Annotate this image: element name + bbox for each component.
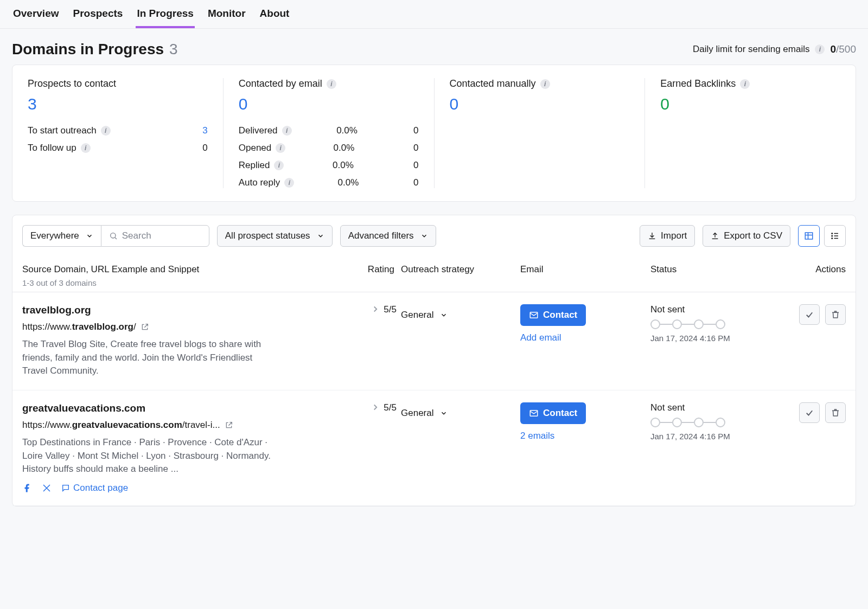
advanced-filters[interactable]: Advanced filters <box>340 225 436 247</box>
status-label: Not sent <box>650 304 781 315</box>
contact-button[interactable]: Contact <box>520 304 586 326</box>
info-icon[interactable]: i <box>815 44 825 54</box>
svg-rect-2 <box>805 233 813 239</box>
daily-limit-label: Daily limit for sending emails <box>693 44 809 55</box>
row-domain[interactable]: travelblog.org <box>22 304 336 316</box>
emails-link[interactable]: 2 emails <box>520 431 554 441</box>
daily-limit: Daily limit for sending emails i 0/500 <box>693 43 856 55</box>
contact-page-link[interactable]: Contact page <box>61 483 128 493</box>
table-row: travelblog.org https://www.travelblog.or… <box>12 292 856 390</box>
card-manual-value[interactable]: 0 <box>450 95 630 113</box>
svg-point-0 <box>110 233 115 238</box>
table-toolbar: Everywhere Search All prospect statuses … <box>12 215 856 257</box>
info-icon[interactable]: i <box>274 161 284 170</box>
card-email: Contacted by emaili 0 Deliveredi0.0%0 Op… <box>224 78 435 188</box>
tab-about[interactable]: About <box>259 0 291 28</box>
daily-limit-max: /500 <box>836 43 856 55</box>
row-domain[interactable]: greatvaluevacations.com <box>22 402 336 414</box>
tab-inprogress[interactable]: In Progress <box>136 0 195 28</box>
facebook-icon[interactable] <box>22 483 32 493</box>
row-start-outreach-count[interactable]: 3 <box>192 125 208 136</box>
svg-point-9 <box>832 238 833 239</box>
card-prospects-value[interactable]: 3 <box>28 95 208 113</box>
external-link-icon[interactable] <box>225 421 233 429</box>
comment-icon <box>61 484 70 492</box>
row-rating: 5/5 <box>384 402 397 413</box>
search-icon <box>109 232 118 240</box>
strategy-select[interactable]: General <box>401 402 448 424</box>
row-start-outreach: To start outreachi 3 <box>28 125 208 136</box>
status-date: Jan 17, 2024 4:16 PM <box>650 432 781 441</box>
status-steps <box>650 319 781 329</box>
x-twitter-icon[interactable] <box>42 483 52 493</box>
table-subhead: 1-3 out of 3 domains <box>22 278 846 287</box>
approve-button[interactable] <box>799 304 820 325</box>
list-icon <box>830 231 840 241</box>
th-email: Email <box>520 264 650 275</box>
card-manual: Contacted manuallyi 0 <box>435 78 646 188</box>
export-button[interactable]: Export to CSV <box>703 225 790 247</box>
external-link-icon[interactable] <box>141 323 149 331</box>
page-title-text: Domains in Progress <box>12 41 164 58</box>
page-title: Domains in Progress 3 <box>12 41 178 58</box>
status-filter[interactable]: All prospect statuses <box>217 225 333 247</box>
card-prospects: Prospects to contact 3 To start outreach… <box>12 78 224 188</box>
tab-monitor[interactable]: Monitor <box>207 0 247 28</box>
info-icon[interactable]: i <box>540 79 550 89</box>
page-header: Domains in Progress 3 Daily limit for se… <box>0 29 868 65</box>
row-snippet: The Travel Blog Site, Create free travel… <box>22 338 272 378</box>
scope-select[interactable]: Everywhere <box>22 225 101 247</box>
chevron-down-icon <box>440 311 448 319</box>
status-steps <box>650 418 781 427</box>
row-followup-count: 0 <box>192 143 208 153</box>
view-table-button[interactable] <box>798 225 820 247</box>
add-email-link[interactable]: Add email <box>520 332 561 343</box>
row-url[interactable]: https://www.travelblog.org/ <box>22 322 336 332</box>
delete-button[interactable] <box>825 304 846 325</box>
info-icon[interactable]: i <box>740 79 750 89</box>
view-list-button[interactable] <box>824 225 846 247</box>
card-email-value[interactable]: 0 <box>239 95 419 113</box>
mail-icon <box>529 408 539 418</box>
mail-icon <box>529 310 539 320</box>
contact-button[interactable]: Contact <box>520 402 586 424</box>
info-icon[interactable]: i <box>81 143 91 153</box>
th-rating: Rating <box>336 264 401 275</box>
card-backlinks: Earned Backlinksi 0 <box>645 78 856 188</box>
card-backlinks-value[interactable]: 0 <box>660 95 840 113</box>
chevron-down-icon <box>420 232 428 240</box>
status-label: Not sent <box>650 402 781 413</box>
svg-line-1 <box>115 238 117 239</box>
check-icon <box>805 310 814 319</box>
info-icon[interactable]: i <box>327 79 336 89</box>
upload-icon <box>711 232 719 240</box>
delete-button[interactable] <box>825 402 846 423</box>
table-icon <box>804 231 814 241</box>
info-icon[interactable]: i <box>276 143 285 153</box>
th-source: Source Domain, URL Example and Snippet <box>22 264 336 275</box>
strategy-select[interactable]: General <box>401 304 448 326</box>
card-prospects-title: Prospects to contact <box>28 78 208 89</box>
page-title-count: 3 <box>169 41 178 58</box>
info-icon[interactable]: i <box>282 126 292 136</box>
th-status: Status <box>650 264 781 275</box>
import-button[interactable]: Import <box>640 225 695 247</box>
th-actions: Actions <box>781 264 846 275</box>
search-input[interactable]: Search <box>101 225 209 247</box>
tab-overview[interactable]: Overview <box>12 0 60 28</box>
download-icon <box>648 232 656 240</box>
svg-point-7 <box>832 235 833 236</box>
row-url[interactable]: https://www.greatvaluevacations.com/trav… <box>22 420 336 431</box>
approve-button[interactable] <box>799 402 820 423</box>
daily-limit-current: 0 <box>830 43 836 55</box>
chevron-down-icon <box>317 232 324 240</box>
tab-prospects[interactable]: Prospects <box>72 0 124 28</box>
status-date: Jan 17, 2024 4:16 PM <box>650 334 781 343</box>
table-header: Source Domain, URL Example and Snippet R… <box>12 257 856 292</box>
chevron-down-icon <box>86 232 93 240</box>
info-icon[interactable]: i <box>284 178 294 188</box>
info-icon[interactable]: i <box>101 126 111 136</box>
chevron-right-icon[interactable] <box>371 304 380 314</box>
chevron-right-icon[interactable] <box>371 402 380 412</box>
check-icon <box>805 408 814 418</box>
